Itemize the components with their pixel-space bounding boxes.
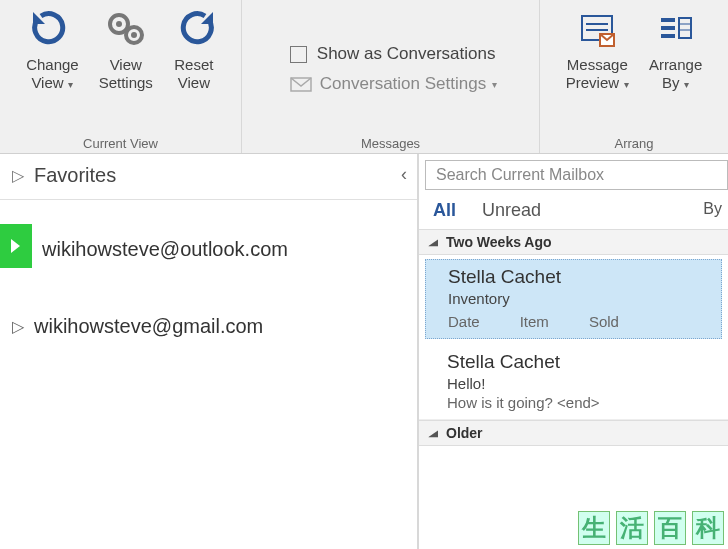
account-label: wikihowsteve@gmail.com (34, 315, 263, 338)
col-item: Item (520, 313, 549, 330)
arrange-by-button[interactable]: ArrangeBy ▾ (639, 4, 712, 94)
message-preview-label: MessagePreview (566, 56, 628, 91)
group-label-arrangement: Arrang (614, 136, 653, 151)
svg-rect-9 (661, 18, 675, 22)
group-label: Older (446, 425, 483, 441)
reset-view-label: ResetView (174, 56, 213, 92)
dropdown-caret-icon: ▾ (66, 79, 74, 90)
collapse-triangle-icon: ◢ (429, 237, 438, 247)
message-preview-icon (576, 10, 618, 52)
reset-view-button[interactable]: ResetView (163, 4, 225, 94)
show-as-conversations-label: Show as Conversations (317, 44, 496, 64)
col-sold: Sold (589, 313, 619, 330)
email-preview-row: Date Item Sold (448, 313, 707, 330)
reset-icon (173, 10, 215, 52)
email-sender: Stella Cachet (448, 266, 707, 288)
email-item[interactable]: Stella Cachet Inventory Date Item Sold (425, 259, 722, 339)
svg-rect-11 (661, 34, 675, 38)
dropdown-caret-icon: ▾ (681, 79, 689, 90)
email-preview: How is it going? <end> (447, 394, 714, 411)
expand-triangle-icon: ▷ (12, 317, 24, 336)
group-header-two-weeks[interactable]: ◢ Two Weeks Ago (419, 229, 728, 255)
expand-triangle-icon (8, 237, 22, 255)
account-item-outlook[interactable]: wikihowsteve@outlook.com (0, 226, 417, 273)
group-header-older[interactable]: ◢ Older (419, 420, 728, 446)
collapse-pane-icon[interactable]: ‹ (401, 164, 407, 185)
change-view-icon (31, 10, 73, 52)
email-subject: Inventory (448, 290, 707, 307)
change-view-button[interactable]: ChangeView ▾ (16, 4, 89, 94)
show-as-conversations-checkbox[interactable]: Show as Conversations (284, 40, 503, 68)
filter-unread[interactable]: Unread (482, 200, 541, 221)
email-sender: Stella Cachet (447, 351, 714, 373)
message-list-pane: Search Current Mailbox All Unread By ◢ T… (418, 154, 728, 549)
message-preview-button[interactable]: MessagePreview ▾ (556, 4, 639, 94)
account-item-gmail[interactable]: ▷ wikihowsteve@gmail.com (0, 303, 417, 350)
ribbon-group-messages: Show as Conversations Conversation Setti… (242, 0, 540, 153)
svg-rect-12 (679, 18, 691, 38)
conversation-settings-button[interactable]: Conversation Settings ▾ (284, 70, 503, 98)
watermark: 生活百科 (578, 511, 724, 545)
annotation-highlight (0, 224, 32, 268)
favorites-section[interactable]: ▷ Favorites ‹ (0, 154, 417, 200)
filter-all[interactable]: All (433, 200, 456, 221)
conversation-settings-label: Conversation Settings (320, 74, 486, 94)
svg-point-1 (116, 21, 122, 27)
dropdown-caret-icon: ▾ (621, 79, 629, 90)
dropdown-caret-icon: ▾ (492, 79, 497, 90)
envelope-icon (290, 75, 312, 93)
view-settings-label: ViewSettings (99, 56, 153, 92)
account-label: wikihowsteve@outlook.com (42, 238, 288, 261)
group-label: Two Weeks Ago (446, 234, 552, 250)
group-label-messages: Messages (361, 136, 420, 151)
filter-row: All Unread By (419, 190, 728, 229)
expand-triangle-icon: ▷ (12, 166, 24, 185)
view-settings-button[interactable]: ViewSettings (89, 4, 163, 94)
svg-point-3 (131, 32, 137, 38)
email-item[interactable]: Stella Cachet Hello! How is it going? <e… (419, 343, 728, 420)
arrange-by-icon (655, 10, 697, 52)
group-label-current-view: Current View (83, 136, 158, 151)
email-subject: Hello! (447, 375, 714, 392)
navigation-pane: ▷ Favorites ‹ wikihowsteve@outlook.com ▷… (0, 154, 418, 549)
search-input[interactable]: Search Current Mailbox (425, 160, 728, 190)
collapse-triangle-icon: ◢ (429, 428, 438, 438)
ribbon: ChangeView ▾ ViewSettings ResetView Curr… (0, 0, 728, 154)
gear-icon (105, 10, 147, 52)
checkbox-icon (290, 46, 307, 63)
ribbon-group-arrangement: MessagePreview ▾ ArrangeBy ▾ Arrang (540, 0, 728, 153)
col-date: Date (448, 313, 480, 330)
ribbon-group-current-view: ChangeView ▾ ViewSettings ResetView Curr… (0, 0, 242, 153)
search-placeholder: Search Current Mailbox (436, 166, 604, 184)
arrange-by-label: ArrangeBy (649, 56, 702, 91)
sort-by[interactable]: By (703, 200, 722, 218)
main-area: ▷ Favorites ‹ wikihowsteve@outlook.com ▷… (0, 154, 728, 549)
svg-rect-10 (661, 26, 675, 30)
favorites-label: Favorites (34, 164, 116, 187)
